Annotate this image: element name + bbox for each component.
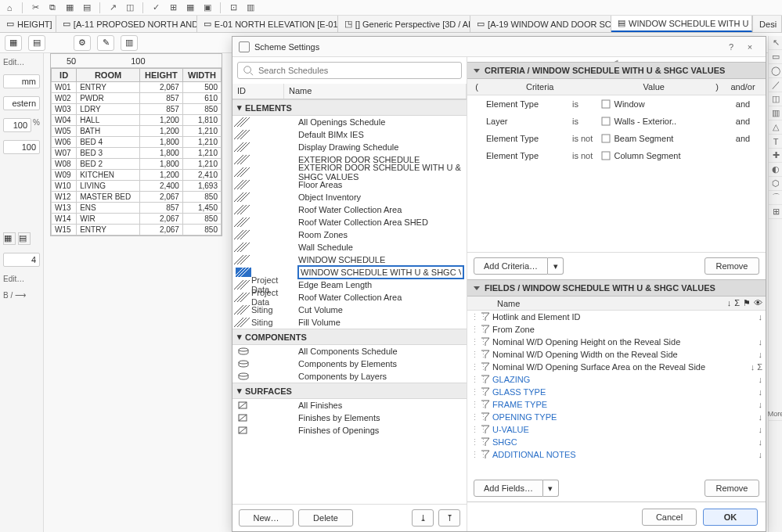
combo-field[interactable]: estern xyxy=(3,96,40,110)
drag-handle-icon[interactable]: ⋮⋮ xyxy=(470,400,478,410)
schedule-item[interactable]: SitingFill Volume xyxy=(232,316,467,329)
schedule-item[interactable]: Project DataRoof Water Collection Area xyxy=(232,291,467,304)
schedule-item[interactable]: Floor Areas xyxy=(232,178,467,191)
field-flags[interactable]: ↓ xyxy=(739,400,762,409)
schedule-item[interactable]: Default BIMx IES xyxy=(232,128,467,141)
field-row[interactable]: ⋮⋮Hotlink and Element ID↓ xyxy=(467,311,766,323)
value-field[interactable]: 100 xyxy=(3,118,31,132)
edit-label[interactable]: Edit… xyxy=(3,275,40,283)
table-row[interactable]: W10LIVING2,4001,693 xyxy=(52,181,222,192)
tool-icon[interactable]: ⬡ xyxy=(769,177,782,191)
tool-icon[interactable]: ◐ xyxy=(769,163,782,177)
search-box[interactable] xyxy=(237,62,462,79)
remove-fields-button[interactable]: Remove xyxy=(705,480,759,497)
table-row[interactable]: W01ENTRY2,067500 xyxy=(52,82,222,93)
field-row[interactable]: ⋮⋮ADDITIONAL NOTES↓ xyxy=(467,448,766,461)
schedule-item[interactable]: SitingCut Volume xyxy=(232,304,467,316)
edit-label[interactable]: Edit… xyxy=(3,58,40,66)
drag-handle-icon[interactable]: ⋮⋮ xyxy=(470,312,478,322)
schedule-tree[interactable]: ▾ ELEMENTSAll Openings ScheduleDefault B… xyxy=(232,99,467,504)
table-row[interactable]: W07BED 31,8001,210 xyxy=(52,148,222,159)
schedule-item[interactable]: Roof Water Collection Area SHED xyxy=(232,216,467,228)
table-row[interactable]: W14WIR2,067850 xyxy=(52,214,222,225)
export-icon[interactable]: ⤒ xyxy=(438,509,460,527)
field-row[interactable]: ⋮⋮Nominal W/D Opening Width on the Revea… xyxy=(467,348,766,361)
group-header[interactable]: ▾ COMPONENTS xyxy=(232,329,467,345)
menu-design[interactable]: Desi xyxy=(752,16,782,32)
tab-a11[interactable]: ▭[A-11 PROPOSED NORTH AND SOU… xyxy=(56,16,197,32)
toolbar-icon[interactable]: ▦ xyxy=(184,2,196,14)
field-row[interactable]: ⋮⋮SHGC↓ xyxy=(467,436,766,448)
field-row[interactable]: ⋮⋮Nominal W/D Opening Surface Area on th… xyxy=(467,361,766,373)
toolbar-icon[interactable]: ▥ xyxy=(244,2,257,14)
table-row[interactable]: W02PWDR857610 xyxy=(52,93,222,104)
table-row[interactable]: W06BED 41,8001,210 xyxy=(52,137,222,148)
field-flags[interactable]: ↓ xyxy=(739,387,762,397)
tool-icon[interactable]: ✚ xyxy=(769,149,782,163)
chevron-down-icon[interactable]: ▾ xyxy=(543,480,559,497)
schedule-item[interactable]: EXTERIOR DOOR SCHEDULE WITH U & SHGC VAL… xyxy=(232,166,467,178)
style-label[interactable]: B / ⟶ xyxy=(3,291,40,300)
field-flags[interactable]: ↓ xyxy=(739,437,762,447)
edit-icon[interactable]: ✎ xyxy=(97,35,114,51)
new-button[interactable]: New… xyxy=(239,509,294,527)
table-row[interactable]: W09KITCHEN1,2002,410 xyxy=(52,170,222,181)
collapse-icon[interactable]: ▾ xyxy=(237,386,242,396)
tool-icon[interactable]: ▥ xyxy=(769,106,782,120)
schedule-item[interactable]: All Components Schedule xyxy=(232,345,467,358)
collapse-icon[interactable]: ▾ xyxy=(237,102,242,113)
schedule-item[interactable]: All Finishes xyxy=(232,399,467,412)
dialog-titlebar[interactable]: Scheme Settings ? × xyxy=(232,37,766,57)
field-flags[interactable]: ↓ xyxy=(739,337,762,347)
chevron-down-icon[interactable]: ▾ xyxy=(548,257,564,275)
add-fields-button[interactable]: Add Fields… ▾ xyxy=(474,480,559,497)
field-flags[interactable]: ↓ xyxy=(739,450,762,459)
criteria-row[interactable]: Element TypeisWindowand xyxy=(467,95,766,113)
arrow-icon[interactable]: ↖ xyxy=(769,36,782,50)
collapse-icon[interactable] xyxy=(474,286,480,290)
col-header[interactable]: ID xyxy=(52,69,77,82)
group-header[interactable]: ▾ SURFACES xyxy=(232,383,467,399)
col-id[interactable]: ID xyxy=(232,84,284,99)
field-flags[interactable]: ↓ xyxy=(739,350,762,359)
delete-button[interactable]: Delete xyxy=(298,509,353,527)
tab-height[interactable]: ▭HEIGHT] xyxy=(0,16,56,32)
drag-handle-icon[interactable]: ⋮⋮ xyxy=(470,337,478,347)
fields-header[interactable]: FIELDS / WINDOW SCHEDULE WITH U & SHGC V… xyxy=(467,279,766,297)
paste-icon[interactable]: ▦ xyxy=(63,2,76,14)
table-row[interactable]: W05BATH1,2001,210 xyxy=(52,126,222,137)
tab-3d[interactable]: ◳[] Generic Perspective [3D / All] xyxy=(338,16,470,32)
tool-icon[interactable]: ／ xyxy=(769,78,782,92)
toolbar-icon[interactable]: ⊡ xyxy=(227,2,240,14)
table-row[interactable]: W15ENTRY2,067850 xyxy=(52,225,222,235)
drag-handle-icon[interactable]: ⋮⋮ xyxy=(470,412,478,422)
tool-icon[interactable]: △ xyxy=(769,120,782,135)
schedule-item[interactable]: Roof Water Collection Area xyxy=(232,203,467,216)
search-input[interactable] xyxy=(257,65,456,76)
drag-handle-icon[interactable]: ⋮⋮ xyxy=(470,375,478,385)
tool-icon[interactable]: ⌒ xyxy=(769,191,782,205)
field-row[interactable]: ⋮⋮U-VALUE↓ xyxy=(467,423,766,436)
unit-field[interactable]: mm xyxy=(3,74,40,88)
schedule-item[interactable]: Room Zones xyxy=(232,228,467,241)
field-row[interactable]: ⋮⋮Nominal W/D Opening Height on the Reve… xyxy=(467,336,766,348)
field-row[interactable]: ⋮⋮From Zone xyxy=(467,323,766,336)
drag-handle-icon[interactable]: ⋮⋮ xyxy=(470,387,478,397)
more-label[interactable]: More xyxy=(769,407,782,421)
fields-list[interactable]: ⋮⋮Hotlink and Element ID↓⋮⋮From Zone⋮⋮No… xyxy=(467,311,766,475)
sort-icon[interactable]: ▥ xyxy=(121,35,138,51)
field-flags[interactable]: ↓ xyxy=(739,375,762,384)
collapse-icon[interactable]: ▾ xyxy=(237,332,242,342)
remove-criteria-button[interactable]: Remove xyxy=(705,257,759,275)
drag-handle-icon[interactable]: ⋮⋮ xyxy=(470,450,478,460)
schedule-grid[interactable]: IDROOMHEIGHTWIDTH W01ENTRY2,067500W02PWD… xyxy=(51,68,222,235)
tab-a19[interactable]: ▭[A-19 WINDOW AND DOOR SCHED… xyxy=(470,16,611,32)
layout-icon[interactable]: ▤ xyxy=(18,232,31,245)
schedule-item[interactable]: Display Drawing Schedule xyxy=(232,141,467,153)
drag-handle-icon[interactable]: ⋮⋮ xyxy=(470,325,478,335)
group-header[interactable]: ▾ ELEMENTS xyxy=(232,99,467,116)
tab-e01[interactable]: ▭E-01 NORTH ELEVATION [E-01 Elevati… xyxy=(197,16,338,32)
col-name[interactable]: Name xyxy=(284,84,467,99)
sort-flags-header[interactable]: ↓Σ⚑👁 xyxy=(731,298,762,308)
view-list-icon[interactable]: ▤ xyxy=(28,35,45,51)
